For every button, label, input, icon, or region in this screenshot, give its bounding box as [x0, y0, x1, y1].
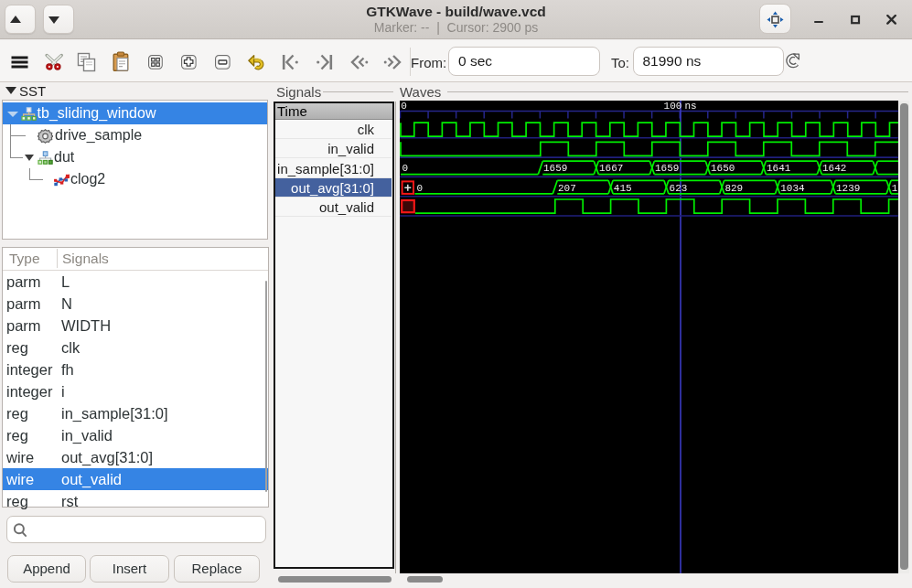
- svg-text:1642: 1642: [822, 163, 846, 174]
- svg-text:1: 1: [892, 183, 898, 194]
- svg-text:207: 207: [558, 183, 576, 194]
- svg-text:1667: 1667: [599, 163, 623, 174]
- svg-text:0: 0: [402, 163, 409, 174]
- svg-text:ns: ns: [685, 101, 697, 112]
- svg-text:415: 415: [614, 183, 632, 194]
- svg-text:1650: 1650: [711, 163, 735, 174]
- svg-text:1034: 1034: [780, 183, 805, 194]
- svg-text:100: 100: [664, 101, 682, 112]
- svg-text:623: 623: [670, 183, 688, 194]
- svg-text:829: 829: [724, 183, 743, 194]
- svg-text:0: 0: [401, 101, 407, 112]
- svg-text:1239: 1239: [836, 183, 860, 194]
- svg-text:1641: 1641: [767, 163, 791, 174]
- svg-text:1659: 1659: [543, 163, 567, 174]
- svg-text:0: 0: [417, 183, 424, 194]
- svg-text:1659: 1659: [655, 163, 679, 174]
